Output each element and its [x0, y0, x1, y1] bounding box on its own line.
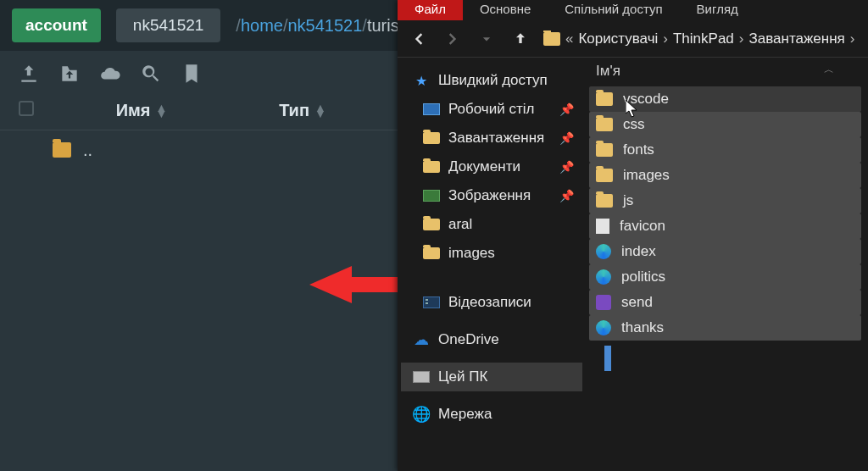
file-pane: Ім'я ︿ vscodecssfontsimagesjsfaviconinde…	[582, 58, 868, 471]
address-prefix: «	[565, 30, 573, 47]
file-name: thanks	[621, 319, 664, 336]
pin-icon: 📌	[559, 131, 574, 145]
file-name: images	[623, 167, 670, 184]
edge-icon	[596, 244, 611, 259]
file-name: send	[621, 294, 653, 311]
pin-icon: 📌	[559, 189, 574, 202]
selection-indicator	[604, 346, 611, 371]
ribbon-tab-file[interactable]: Файл	[398, 0, 463, 20]
file-name: css	[623, 116, 645, 133]
explorer-sidebar: ★Швидкий доступ Робочий стіл📌 Завантажен…	[398, 58, 582, 471]
nav-forward-icon[interactable]	[442, 28, 464, 50]
sidebar-item-this-pc[interactable]: Цей ПК	[401, 363, 582, 391]
file-list: vscodecssfontsimagesjsfaviconindexpoliti…	[582, 85, 868, 342]
file-row[interactable]: index	[589, 239, 861, 264]
file-name: favicon	[620, 218, 665, 235]
breadcrumb-seg-user[interactable]: nk541521	[287, 16, 362, 35]
star-icon: ★	[413, 74, 430, 87]
purp-icon	[596, 295, 611, 310]
folder-icon	[53, 142, 71, 158]
edge-icon	[596, 269, 611, 285]
file-name: vscode	[623, 91, 669, 108]
file-row[interactable]: politics	[589, 264, 861, 290]
explorer-body: ★Швидкий доступ Робочий стіл📌 Завантажен…	[398, 58, 868, 471]
explorer-navbar: « Користувачі› ThinkPad› Завантаження› s	[398, 20, 868, 58]
network-icon: 🌐	[413, 407, 430, 421]
ribbon-tabs: Файл Основне Спільний доступ Вигляд	[398, 0, 868, 20]
sidebar-item-desktop[interactable]: Робочий стіл📌	[401, 95, 582, 124]
sort-icon: ▲▼	[314, 105, 326, 117]
nav-recent-icon[interactable]	[476, 28, 498, 50]
folder-icon	[423, 132, 440, 144]
folder-icon	[543, 32, 560, 46]
fold-icon	[596, 169, 613, 182]
file-row[interactable]: thanks	[589, 315, 861, 341]
file-icon	[596, 219, 609, 234]
sidebar-item-aral[interactable]: aral	[401, 210, 582, 239]
sort-icon: ▲▼	[155, 105, 167, 117]
sidebar-item-downloads[interactable]: Завантаження📌	[401, 124, 582, 152]
column-type[interactable]: Тип▲▼	[239, 101, 366, 120]
fold-icon	[596, 92, 613, 106]
column-name-label: Ім'я	[596, 63, 620, 80]
file-row[interactable]: vscode	[589, 86, 861, 112]
address-bar[interactable]: « Користувачі› ThinkPad› Завантаження› s	[543, 30, 858, 47]
user-tab[interactable]: nk541521	[116, 8, 220, 42]
bookmark-icon[interactable]	[180, 62, 203, 86]
folder-icon	[423, 161, 440, 173]
fold-icon	[596, 194, 613, 208]
pc-icon	[413, 371, 430, 383]
file-row[interactable]: send	[589, 290, 861, 315]
file-row[interactable]: css	[589, 112, 861, 137]
file-row[interactable]: js	[589, 188, 861, 213]
account-button[interactable]: account	[12, 8, 101, 42]
edge-icon	[596, 320, 611, 335]
file-name: fonts	[623, 141, 654, 158]
pin-icon: 📌	[559, 103, 574, 116]
select-all-checkbox[interactable]	[19, 101, 34, 116]
column-name[interactable]: Имя▲▼	[44, 101, 239, 120]
file-explorer-window: Файл Основне Спільний доступ Вигляд « Ко…	[398, 0, 868, 471]
fold-icon	[596, 118, 613, 131]
sidebar-item-images[interactable]: images	[401, 239, 582, 268]
ribbon-tab-view[interactable]: Вигляд	[680, 0, 755, 20]
videos-icon	[423, 296, 440, 308]
sidebar-item-quick-access[interactable]: ★Швидкий доступ	[401, 66, 582, 95]
file-row[interactable]: images	[589, 163, 861, 188]
sidebar-item-onedrive[interactable]: ☁OneDrive	[401, 325, 582, 354]
ribbon-tab-share[interactable]: Спільний доступ	[548, 0, 679, 20]
cloud-icon: ☁	[413, 333, 430, 346]
pin-icon: 📌	[559, 160, 574, 174]
chevron-up-icon: ︿	[824, 63, 834, 77]
breadcrumb-seg-home[interactable]: home	[241, 16, 283, 35]
file-name: index	[621, 243, 656, 260]
sidebar-item-documents[interactable]: Документи📌	[401, 152, 582, 181]
crumb-downloads[interactable]: Завантаження	[748, 30, 844, 47]
file-row[interactable]: favicon	[589, 213, 861, 239]
file-pane-header[interactable]: Ім'я ︿	[582, 58, 868, 85]
folder-icon	[423, 247, 440, 259]
sidebar-item-videos[interactable]: Відеозаписи	[401, 288, 582, 317]
crumb-thinkpad[interactable]: ThinkPad	[673, 30, 734, 47]
desktop-icon	[423, 103, 440, 115]
file-name: politics	[621, 269, 665, 285]
upload-folder-icon[interactable]	[58, 62, 81, 86]
sidebar-item-pictures[interactable]: Зображення📌	[401, 181, 582, 210]
crumb-users[interactable]: Користувачі	[578, 30, 658, 47]
file-name: js	[623, 192, 633, 209]
nav-up-icon[interactable]	[509, 28, 531, 50]
ribbon-tab-main[interactable]: Основне	[463, 0, 548, 20]
pictures-icon	[423, 190, 440, 202]
file-row[interactable]: fonts	[589, 137, 861, 163]
fold-icon	[596, 143, 613, 157]
nav-back-icon[interactable]	[408, 28, 430, 50]
folder-icon	[423, 219, 440, 230]
sidebar-item-network[interactable]: 🌐Мережа	[401, 400, 582, 429]
search-icon[interactable]	[139, 62, 163, 86]
parent-dir-label: ..	[83, 141, 92, 160]
upload-cloud-icon[interactable]	[98, 62, 122, 86]
upload-file-icon[interactable]	[17, 62, 41, 86]
